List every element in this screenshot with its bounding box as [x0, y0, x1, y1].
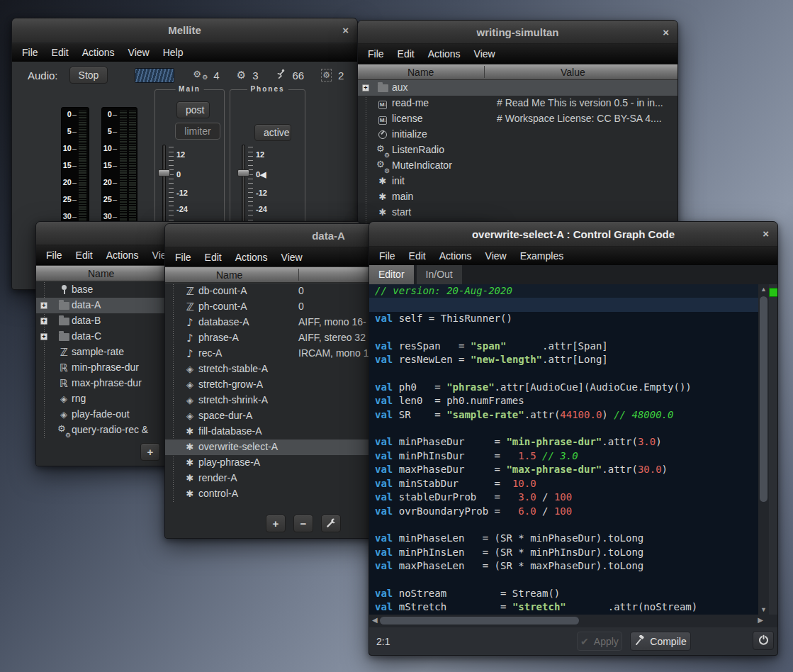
code-line[interactable]: val SR = "sample-rate".attr(44100.0) // …	[369, 408, 758, 422]
menu-examples[interactable]: Examples	[520, 250, 563, 262]
column-name[interactable]: Name	[88, 268, 114, 279]
tab-in-out[interactable]: In/Out	[417, 265, 462, 284]
power-button[interactable]	[753, 631, 774, 650]
stop-button[interactable]: Stop	[69, 67, 108, 84]
tab-editor[interactable]: Editor	[369, 265, 414, 284]
menu-help[interactable]: Help	[163, 47, 184, 58]
expander-icon[interactable]: +	[40, 302, 47, 309]
code-editor[interactable]: // version: 20-Aug-2020 val self = ThisR…	[369, 284, 758, 615]
menu-edit[interactable]: Edit	[398, 48, 415, 60]
fader-scale-label: 12	[256, 150, 264, 159]
list-item-init[interactable]: ✱init	[358, 174, 677, 189]
tree-header[interactable]: Name Value	[358, 64, 677, 80]
code-line[interactable]	[369, 422, 758, 435]
code-line[interactable]	[369, 366, 758, 380]
control-icon: ✱	[184, 488, 196, 500]
menu-view[interactable]: View	[128, 47, 150, 58]
list-item-muteindicator[interactable]: ⚙⚙MuteIndicator	[358, 158, 677, 174]
list-item-aux[interactable]: +aux	[358, 80, 677, 96]
menu-actions[interactable]: Actions	[82, 47, 115, 58]
add-object-button[interactable]: +	[266, 515, 286, 532]
scroll-down-icon[interactable]: ▼	[758, 606, 769, 613]
remove-object-button[interactable]: −	[293, 515, 313, 532]
column-name[interactable]: Name	[407, 67, 434, 78]
code-line[interactable]: val maxPhaseDur = "max-phrase-dur".attr(…	[369, 463, 758, 476]
tools-button[interactable]	[321, 515, 341, 532]
menu-view[interactable]: View	[485, 250, 507, 262]
limiter-toggle[interactable]: limiter	[175, 123, 220, 140]
menu-view[interactable]: View	[281, 252, 303, 263]
column-name[interactable]: Name	[216, 269, 242, 281]
column-value[interactable]: Value	[561, 67, 585, 78]
list-item-start[interactable]: ✱start	[358, 205, 677, 220]
compile-button[interactable]: Compile	[630, 632, 691, 651]
active-toggle[interactable]: active	[254, 124, 291, 141]
phones-fader-thumb[interactable]	[237, 169, 249, 177]
code-line[interactable]	[369, 518, 758, 532]
scroll-left-icon[interactable]: ◀	[372, 616, 378, 624]
code-line[interactable]: val ovrBoundaryProb = 6.0 / 100	[369, 505, 758, 518]
menu-file[interactable]: File	[175, 252, 191, 263]
titlebar-code[interactable]: overwrite-select-A : Control Graph Code …	[369, 222, 777, 247]
close-icon[interactable]: ×	[763, 228, 769, 240]
menu-actions[interactable]: Actions	[439, 250, 472, 262]
close-icon[interactable]: ×	[663, 26, 669, 38]
code-line[interactable]: val stableDurProb = 3.0 / 100	[369, 491, 758, 504]
column-divider[interactable]	[484, 66, 485, 78]
code-line[interactable]: val resNewLen = "new-length".attr[Long]	[369, 353, 758, 366]
menu-edit[interactable]: Edit	[409, 250, 426, 262]
code-line[interactable]: // version: 20-Aug-2020	[369, 284, 758, 298]
menu-edit[interactable]: Edit	[76, 250, 93, 261]
menu-file[interactable]: File	[368, 48, 384, 60]
code-line[interactable]: val minPhInsDur = 1.5 // 3.0	[369, 449, 758, 463]
code-line[interactable]: val maxPhaseLen = (SR * maxPhaseDur).toL…	[369, 559, 758, 573]
menu-file[interactable]: File	[22, 47, 38, 58]
menubar-code: FileEditActionsViewExamples	[369, 247, 777, 265]
list-item-listenradio[interactable]: ⚙⚙ListenRadio	[358, 142, 677, 158]
expander-icon[interactable]: +	[362, 84, 369, 91]
menu-edit[interactable]: Edit	[52, 47, 69, 58]
code-line[interactable]: val minPhInsLen = (SR * minPhInsDur).toL…	[369, 546, 758, 559]
list-item-read-me[interactable]: M↓read-me# Read Me This is version 0.5 -…	[358, 96, 677, 111]
scroll-right-icon[interactable]: ▶	[758, 616, 763, 624]
menu-file[interactable]: File	[46, 250, 62, 261]
item-name: min-phrase-dur	[72, 362, 139, 373]
menu-actions[interactable]: Actions	[106, 250, 139, 261]
code-line[interactable]	[369, 573, 758, 587]
titlebar-mellite[interactable]: Mellite ×	[12, 18, 357, 43]
expander-icon[interactable]: +	[40, 333, 47, 340]
list-item-license[interactable]: M↓license# Workspace License: CC BY-SA 4…	[358, 111, 677, 127]
vertical-scrollbar[interactable]: ▲ ▼	[758, 284, 769, 615]
code-line[interactable]: val len0 = ph0.numFrames	[369, 394, 758, 408]
list-item-initialize[interactable]: initialize	[358, 127, 677, 142]
vertical-scroll-thumb[interactable]	[760, 296, 767, 502]
menu-actions[interactable]: Actions	[428, 48, 461, 60]
post-button[interactable]: post	[176, 101, 210, 118]
titlebar-writing-simultan[interactable]: writing-simultan ×	[358, 21, 677, 44]
add-object-button[interactable]: +	[140, 443, 160, 461]
code-line[interactable]: val ph0 = "phrase".attr[AudioCue](AudioC…	[369, 381, 758, 394]
menu-actions[interactable]: Actions	[235, 252, 268, 263]
apply-button[interactable]: ✔ Apply	[577, 632, 622, 651]
expander-icon[interactable]: +	[40, 318, 47, 325]
column-divider[interactable]	[298, 269, 299, 281]
menu-view[interactable]: View	[474, 48, 495, 60]
menu-edit[interactable]: Edit	[205, 252, 222, 263]
code-line[interactable]: val minPhaseLen = (SR * minPhaseDur).toL…	[369, 532, 758, 545]
code-line[interactable]	[369, 325, 758, 339]
main-fader-thumb[interactable]	[158, 169, 170, 177]
list-item-main[interactable]: ✱main	[358, 189, 677, 205]
code-line[interactable]: val mStretch = "stretch" .attr(noStream)	[369, 600, 758, 614]
code-line[interactable]	[369, 298, 758, 311]
horizontal-scroll-thumb[interactable]	[380, 617, 579, 625]
horizontal-scrollbar[interactable]: ◀ ▶	[369, 615, 778, 627]
code-line[interactable]: val minPhaseDur = "min-phrase-dur".attr(…	[369, 435, 758, 449]
scroll-up-icon[interactable]: ▲	[758, 286, 769, 293]
item-name: query-radio-rec &	[72, 424, 148, 435]
menu-file[interactable]: File	[379, 250, 395, 262]
code-line[interactable]: val minStabDur = 10.0	[369, 477, 758, 491]
code-line[interactable]: val resSpan = "span" .attr[Span]	[369, 340, 758, 353]
code-line[interactable]: val noStream = Stream()	[369, 587, 758, 600]
code-line[interactable]: val self = ThisRunner()	[369, 312, 758, 325]
close-icon[interactable]: ×	[342, 24, 349, 36]
